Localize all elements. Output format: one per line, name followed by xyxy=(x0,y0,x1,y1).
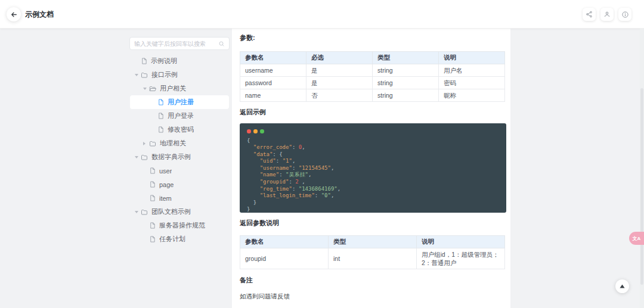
table-cell: int xyxy=(329,248,417,269)
share-icon xyxy=(586,11,593,18)
sidebar-item-label: item xyxy=(159,195,172,202)
code-json: { "error_code": 0, "data": { "uid": "1",… xyxy=(247,138,500,214)
topbar-actions xyxy=(583,8,631,21)
column-header: 参数名 xyxy=(240,236,329,248)
file-icon xyxy=(149,167,156,174)
table-cell: password xyxy=(240,77,306,89)
caret-down-icon[interactable] xyxy=(135,156,141,158)
table-cell: username xyxy=(240,64,306,77)
table-cell: 用户名 xyxy=(439,64,505,77)
page-title: 示例文档 xyxy=(25,0,54,29)
sidebar-item-用户相关[interactable]: 用户相关 xyxy=(130,82,229,95)
table-cell: 用户组id，1：超级管理员；2：普通用户 xyxy=(417,248,505,269)
share-button[interactable] xyxy=(583,8,596,21)
file-icon xyxy=(149,181,156,188)
sidebar-item-服务器操作规范[interactable]: 服务器操作规范 xyxy=(130,219,229,232)
window-traffic-lights xyxy=(246,128,500,133)
sidebar-item-label: user xyxy=(159,167,172,175)
folder-icon xyxy=(141,154,148,161)
return-example-label: 返回示例 xyxy=(240,108,504,116)
sidebar-item-page[interactable]: page xyxy=(130,178,229,191)
caret-down-icon[interactable] xyxy=(135,74,141,76)
table-cell: 昵称 xyxy=(439,89,505,102)
table-cell: 否 xyxy=(306,89,373,102)
code-line: "username": "12154545", xyxy=(247,165,500,172)
sidebar-item-user[interactable]: user xyxy=(130,164,229,178)
return-params-table: 参数名类型说明groupidint用户组id，1：超级管理员；2：普通用户 xyxy=(240,235,505,269)
sidebar-item-团队文档示例[interactable]: 团队文档示例 xyxy=(130,205,229,219)
column-header: 类型 xyxy=(329,236,417,248)
folder-open-icon xyxy=(149,85,156,92)
search-input[interactable] xyxy=(134,41,218,47)
sidebar-item-数据字典示例[interactable]: 数据字典示例 xyxy=(130,150,229,164)
sidebar-item-地理相关[interactable]: 地理相关 xyxy=(130,136,229,150)
caret-right-icon[interactable] xyxy=(143,142,149,145)
traffic-green-icon xyxy=(260,129,264,133)
params-table: 参数名必选类型说明username是string用户名password是stri… xyxy=(240,51,505,102)
sidebar-item-任务计划[interactable]: 任务计划 xyxy=(130,232,229,246)
sidebar-item-label: 用户登录 xyxy=(168,111,194,120)
sidebar-item-label: 团队文档示例 xyxy=(151,207,191,216)
top-bar: 示例文档 xyxy=(0,0,644,29)
table-cell: 是 xyxy=(306,77,373,89)
file-icon xyxy=(157,99,164,105)
folder-icon xyxy=(149,140,156,147)
folder-icon xyxy=(141,71,148,79)
sidebar-item-label: 示例说明 xyxy=(151,57,177,66)
translate-icon: 文A xyxy=(633,235,641,242)
code-line: "uid": "1", xyxy=(247,158,500,165)
sidebar-item-用户注册[interactable]: 用户注册 xyxy=(130,95,229,109)
sidebar-item-label: 用户注册 xyxy=(168,98,194,107)
info-button[interactable] xyxy=(618,8,631,21)
sidebar-item-label: page xyxy=(159,181,174,188)
column-header: 类型 xyxy=(373,52,439,64)
table-cell: string xyxy=(373,77,439,89)
folder-icon xyxy=(141,209,148,216)
code-line: { xyxy=(247,138,500,145)
page-scrollbar[interactable] xyxy=(640,29,644,308)
file-icon xyxy=(149,222,156,229)
file-icon xyxy=(149,195,156,201)
sidebar-item-label: 数据字典示例 xyxy=(151,153,191,161)
table-row: groupidint用户组id，1：超级管理员；2：普通用户 xyxy=(240,248,505,269)
sidebar-item-label: 接口示例 xyxy=(151,70,178,79)
sidebar-item-label: 服务器操作规范 xyxy=(159,221,205,230)
file-icon xyxy=(149,236,156,242)
file-icon xyxy=(157,113,164,119)
column-header: 说明 xyxy=(417,236,505,248)
file-icon xyxy=(157,126,164,133)
sidebar-item-label: 地理相关 xyxy=(160,139,186,148)
table-header-row: 参数名必选类型说明 xyxy=(240,52,505,64)
params-label: 参数: xyxy=(240,34,504,42)
column-header: 必选 xyxy=(306,52,373,64)
sidebar-item-用户登录[interactable]: 用户登录 xyxy=(130,109,229,123)
traffic-red-icon xyxy=(247,129,251,133)
caret-down-icon[interactable] xyxy=(135,211,141,213)
return-params-label: 返回参数说明 xyxy=(240,219,504,227)
back-button[interactable] xyxy=(7,7,21,21)
sidebar-item-接口示例[interactable]: 接口示例 xyxy=(130,68,229,82)
table-row: name否string昵称 xyxy=(240,89,505,102)
code-line: "name": "吴系挂", xyxy=(247,172,500,179)
code-line: } xyxy=(247,200,500,207)
sidebar-tree: 示例说明接口示例用户相关用户注册用户登录修改密码地理相关数据字典示例userpa… xyxy=(128,54,231,246)
sidebar-item-label: 用户相关 xyxy=(160,84,186,93)
code-line: "reg_time": "1436864169", xyxy=(247,186,500,193)
table-cell: groupid xyxy=(240,248,329,269)
back-to-top-button[interactable] xyxy=(615,279,629,293)
code-line: "groupid": 2 , xyxy=(247,179,500,186)
doc-content: 参数: 参数名必选类型说明username是string用户名password是… xyxy=(232,29,510,308)
caret-down-icon[interactable] xyxy=(143,88,149,90)
table-cell: string xyxy=(373,89,439,102)
sidebar-item-示例说明[interactable]: 示例说明 xyxy=(130,54,229,68)
table-cell: string xyxy=(373,64,439,77)
code-line: } xyxy=(247,206,500,213)
column-header: 参数名 xyxy=(240,52,306,64)
sidebar-item-item[interactable]: item xyxy=(130,191,229,205)
translate-button[interactable]: 文A xyxy=(629,232,644,245)
sidebar-item-修改密码[interactable]: 修改密码 xyxy=(130,123,229,136)
scrollbar-thumb[interactable] xyxy=(640,88,643,285)
remark-text: 如遇到问题请反馈 xyxy=(240,293,504,301)
code-line: "data": { xyxy=(247,151,500,158)
user-button[interactable] xyxy=(600,8,614,21)
